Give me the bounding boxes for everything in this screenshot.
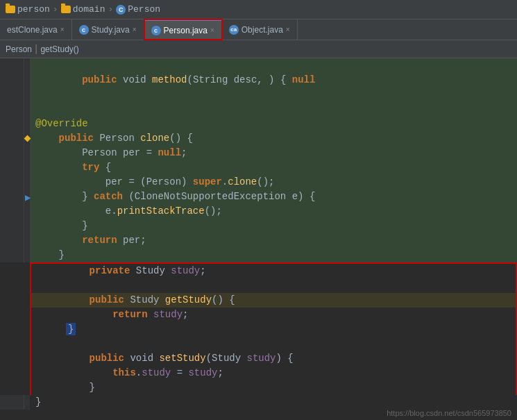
code-line-per-null: Person per = null; — [0, 146, 517, 160]
code-line-private-study: private Study study; — [31, 264, 516, 278]
code-line-try: try { — [0, 160, 517, 175]
folder-icon-2 — [61, 6, 71, 13]
code-editor[interactable]: public void method(String desc, ) { null… — [0, 58, 517, 420]
tab-study[interactable]: c Study.java × — [72, 19, 144, 40]
breadcrumb-class-label: Person — [128, 4, 160, 15]
gutter-arrow: ▶ — [25, 192, 31, 203]
tab-study-icon: c — [79, 25, 89, 35]
method-class: Person — [6, 44, 32, 54]
code-line-setstudy: public void setStudy(Study study) { — [31, 351, 516, 366]
folder-icon — [6, 6, 15, 13]
code-line-super-clone: per = (Person) super.clone(); — [0, 175, 517, 190]
code-line-blank3 — [31, 337, 516, 351]
code-line-blank1 — [0, 102, 517, 117]
tab-object-close[interactable]: × — [286, 26, 290, 33]
tab-bar: estClone.java × c Study.java × c Person.… — [0, 19, 517, 40]
class-c-icon: C — [116, 5, 126, 15]
code-line-return-per: return per; — [0, 233, 517, 248]
tab-study-label: Study.java — [92, 25, 130, 35]
breadcrumb-class: C Person — [116, 4, 160, 15]
breadcrumb-folder-icon: person — [6, 4, 50, 15]
code-line-getstudy-close: } — [31, 322, 516, 337]
tab-object-icon: ca — [229, 25, 239, 35]
code-line-clone-close: } — [0, 248, 517, 262]
watermark: https://blog.csdn.net/csdn565973850 — [387, 409, 511, 417]
tab-testclone-close[interactable]: × — [60, 26, 65, 33]
breadcrumb-sep-1: › — [53, 4, 58, 15]
code-line-truncated: public void method(String desc, ) { null — [0, 58, 517, 102]
code-container: public void method(String desc, ) { null… — [0, 58, 517, 410]
code-line-catch: } catch (CloneNotSupportedException e) { — [0, 190, 517, 204]
code-line-printstacktrace: e.printStackTrace(); — [0, 204, 517, 219]
tab-person-label: Person.java — [164, 26, 207, 35]
breadcrumb-domain: domain — [61, 4, 105, 15]
method-name: getStudy() — [40, 44, 78, 54]
code-line-blank2 — [31, 278, 516, 293]
tab-person[interactable]: c Person.java × — [144, 19, 222, 40]
breadcrumb-person: person — [17, 4, 50, 15]
code-line-class-close: } — [0, 395, 517, 410]
code-line-override: @Override — [0, 117, 517, 131]
tab-study-close[interactable]: × — [133, 26, 137, 33]
code-line-getstudy: public Study getStudy() { — [31, 293, 516, 308]
tab-person-close[interactable]: × — [210, 26, 214, 34]
breadcrumb-bar: person › domain › C Person — [0, 0, 517, 19]
code-line-catch-close: } — [0, 219, 517, 233]
tab-person-icon: c — [151, 26, 161, 35]
tab-object-label: Object.java — [241, 25, 283, 35]
breadcrumb-domain-label: domain — [73, 4, 105, 15]
breadcrumb-sep-2: › — [108, 4, 113, 15]
code-line-return-study: return study; — [31, 308, 516, 322]
code-line-setstudy-close: } — [31, 380, 516, 395]
tab-object[interactable]: ca Object.java × — [222, 19, 298, 40]
code-line-clone-decl: public Person clone() { — [0, 131, 517, 146]
tab-testclone[interactable]: estClone.java × — [0, 19, 72, 40]
tab-testclone-label: estClone.java — [7, 25, 58, 35]
method-breadcrumb-bar: Person | getStudy() — [0, 40, 517, 58]
code-line-this-study: this.study = study; — [31, 366, 516, 380]
